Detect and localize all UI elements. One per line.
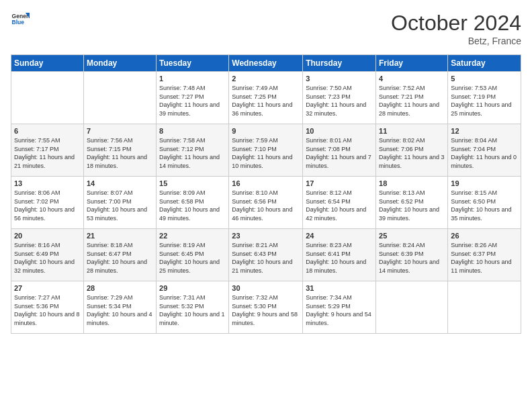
day-info: Sunrise: 8:01 AMSunset: 7:08 PMDaylight:… — [306, 136, 373, 170]
day-number: 6 — [14, 127, 81, 135]
table-cell: 7 Sunrise: 7:56 AMSunset: 7:15 PMDayligh… — [83, 124, 156, 177]
logo: General Blue — [11, 11, 30, 30]
day-number: 9 — [232, 127, 300, 135]
day-info: Sunrise: 7:34 AMSunset: 5:29 PMDaylight:… — [306, 293, 373, 327]
day-info: Sunrise: 8:15 AMSunset: 6:50 PMDaylight:… — [451, 189, 518, 222]
day-number: 8 — [159, 127, 226, 135]
table-cell: 30 Sunrise: 7:32 AMSunset: 5:30 PMDaylig… — [229, 281, 303, 334]
header-monday: Monday — [83, 55, 156, 72]
table-cell: 27 Sunrise: 7:27 AMSunset: 5:36 PMDaylig… — [11, 281, 84, 334]
table-cell: 17 Sunrise: 8:12 AMSunset: 6:54 PMDaylig… — [303, 177, 376, 229]
table-cell: 11 Sunrise: 8:02 AMSunset: 7:06 PMDaylig… — [376, 124, 448, 177]
day-number: 27 — [14, 284, 81, 292]
table-cell: 14 Sunrise: 8:07 AMSunset: 7:00 PMDaylig… — [83, 177, 156, 229]
week-row-5: 27 Sunrise: 7:27 AMSunset: 5:36 PMDaylig… — [11, 281, 521, 334]
week-row-1: 1 Sunrise: 7:48 AMSunset: 7:27 PMDayligh… — [11, 72, 521, 124]
day-number: 20 — [14, 232, 81, 240]
logo-icon: General Blue — [11, 11, 30, 30]
day-info: Sunrise: 8:04 AMSunset: 7:04 PMDaylight:… — [451, 136, 518, 170]
month-title: October 2024 — [391, 11, 521, 36]
week-row-3: 13 Sunrise: 8:06 AMSunset: 7:02 PMDaylig… — [11, 177, 521, 229]
table-cell: 29 Sunrise: 7:31 AMSunset: 5:32 PMDaylig… — [157, 281, 229, 334]
day-number: 4 — [379, 75, 445, 83]
day-info: Sunrise: 8:19 AMSunset: 6:45 PMDaylight:… — [159, 241, 226, 275]
table-cell: 31 Sunrise: 7:34 AMSunset: 5:29 PMDaylig… — [303, 281, 376, 334]
day-number: 30 — [232, 284, 300, 292]
table-cell: 18 Sunrise: 8:13 AMSunset: 6:52 PMDaylig… — [376, 177, 448, 229]
header-tuesday: Tuesday — [157, 55, 229, 72]
day-info: Sunrise: 8:07 AMSunset: 7:00 PMDaylight:… — [87, 189, 153, 222]
day-number: 11 — [379, 127, 445, 135]
title-block: October 2024 Betz, France — [391, 11, 521, 46]
day-info: Sunrise: 8:24 AMSunset: 6:39 PMDaylight:… — [379, 241, 445, 275]
table-cell: 12 Sunrise: 8:04 AMSunset: 7:04 PMDaylig… — [448, 124, 521, 177]
day-number: 10 — [306, 127, 373, 135]
table-cell: 16 Sunrise: 8:10 AMSunset: 6:56 PMDaylig… — [229, 177, 303, 229]
day-number: 28 — [87, 284, 153, 292]
day-number: 22 — [159, 232, 226, 240]
table-cell: 10 Sunrise: 8:01 AMSunset: 7:08 PMDaylig… — [303, 124, 376, 177]
table-cell: 20 Sunrise: 8:16 AMSunset: 6:49 PMDaylig… — [11, 229, 84, 281]
table-cell: 6 Sunrise: 7:55 AMSunset: 7:17 PMDayligh… — [11, 124, 84, 177]
day-info: Sunrise: 8:16 AMSunset: 6:49 PMDaylight:… — [14, 241, 81, 275]
day-number: 23 — [232, 232, 300, 240]
day-info: Sunrise: 7:59 AMSunset: 7:10 PMDaylight:… — [232, 136, 300, 170]
day-info: Sunrise: 8:21 AMSunset: 6:43 PMDaylight:… — [232, 241, 300, 275]
week-row-4: 20 Sunrise: 8:16 AMSunset: 6:49 PMDaylig… — [11, 229, 521, 281]
day-info: Sunrise: 7:55 AMSunset: 7:17 PMDaylight:… — [14, 136, 81, 170]
day-number: 29 — [159, 284, 226, 292]
day-info: Sunrise: 7:48 AMSunset: 7:27 PMDaylight:… — [159, 84, 226, 118]
day-number: 21 — [87, 232, 153, 240]
day-number: 18 — [379, 179, 445, 187]
table-cell: 28 Sunrise: 7:29 AMSunset: 5:34 PMDaylig… — [83, 281, 156, 334]
day-number: 7 — [87, 127, 153, 135]
table-cell: 1 Sunrise: 7:48 AMSunset: 7:27 PMDayligh… — [157, 72, 229, 124]
day-number: 3 — [306, 75, 373, 83]
day-info: Sunrise: 7:29 AMSunset: 5:34 PMDaylight:… — [87, 293, 153, 327]
day-number: 2 — [232, 75, 300, 83]
header-wednesday: Wednesday — [229, 55, 303, 72]
header-friday: Friday — [376, 55, 448, 72]
header-sunday: Sunday — [11, 55, 84, 72]
location: Betz, France — [391, 36, 521, 46]
table-cell: 22 Sunrise: 8:19 AMSunset: 6:45 PMDaylig… — [157, 229, 229, 281]
table-cell: 19 Sunrise: 8:15 AMSunset: 6:50 PMDaylig… — [448, 177, 521, 229]
table-cell: 13 Sunrise: 8:06 AMSunset: 7:02 PMDaylig… — [11, 177, 84, 229]
svg-text:Blue: Blue — [12, 19, 25, 26]
table-cell: 23 Sunrise: 8:21 AMSunset: 6:43 PMDaylig… — [229, 229, 303, 281]
day-info: Sunrise: 7:56 AMSunset: 7:15 PMDaylight:… — [87, 136, 153, 170]
header-thursday: Thursday — [303, 55, 376, 72]
day-info: Sunrise: 7:58 AMSunset: 7:12 PMDaylight:… — [159, 136, 226, 170]
day-info: Sunrise: 8:13 AMSunset: 6:52 PMDaylight:… — [379, 189, 445, 222]
day-info: Sunrise: 7:52 AMSunset: 7:21 PMDaylight:… — [379, 84, 445, 118]
day-number: 15 — [159, 179, 226, 187]
day-number: 31 — [306, 284, 373, 292]
header: General Blue October 2024 Betz, France — [11, 11, 521, 46]
day-number: 5 — [451, 75, 518, 83]
days-header-row: Sunday Monday Tuesday Wednesday Thursday… — [11, 55, 521, 72]
table-cell: 24 Sunrise: 8:23 AMSunset: 6:41 PMDaylig… — [303, 229, 376, 281]
day-number: 13 — [14, 179, 81, 187]
week-row-2: 6 Sunrise: 7:55 AMSunset: 7:17 PMDayligh… — [11, 124, 521, 177]
day-info: Sunrise: 7:27 AMSunset: 5:36 PMDaylight:… — [14, 293, 81, 327]
day-number: 14 — [87, 179, 153, 187]
table-cell — [376, 281, 448, 334]
day-info: Sunrise: 7:32 AMSunset: 5:30 PMDaylight:… — [232, 293, 300, 327]
table-cell: 5 Sunrise: 7:53 AMSunset: 7:19 PMDayligh… — [448, 72, 521, 124]
day-number: 12 — [451, 127, 518, 135]
table-cell: 21 Sunrise: 8:18 AMSunset: 6:47 PMDaylig… — [83, 229, 156, 281]
day-info: Sunrise: 7:50 AMSunset: 7:23 PMDaylight:… — [306, 84, 373, 118]
day-info: Sunrise: 8:23 AMSunset: 6:41 PMDaylight:… — [306, 241, 373, 275]
day-number: 17 — [306, 179, 373, 187]
table-cell: 26 Sunrise: 8:26 AMSunset: 6:37 PMDaylig… — [448, 229, 521, 281]
table-cell: 15 Sunrise: 8:09 AMSunset: 6:58 PMDaylig… — [157, 177, 229, 229]
day-info: Sunrise: 8:02 AMSunset: 7:06 PMDaylight:… — [379, 136, 445, 170]
table-cell — [11, 72, 84, 124]
table-cell: 3 Sunrise: 7:50 AMSunset: 7:23 PMDayligh… — [303, 72, 376, 124]
day-number: 26 — [451, 232, 518, 240]
day-info: Sunrise: 8:10 AMSunset: 6:56 PMDaylight:… — [232, 189, 300, 222]
table-cell: 4 Sunrise: 7:52 AMSunset: 7:21 PMDayligh… — [376, 72, 448, 124]
table-cell — [448, 281, 521, 334]
day-info: Sunrise: 7:49 AMSunset: 7:25 PMDaylight:… — [232, 84, 300, 118]
calendar-table: Sunday Monday Tuesday Wednesday Thursday… — [11, 54, 521, 334]
